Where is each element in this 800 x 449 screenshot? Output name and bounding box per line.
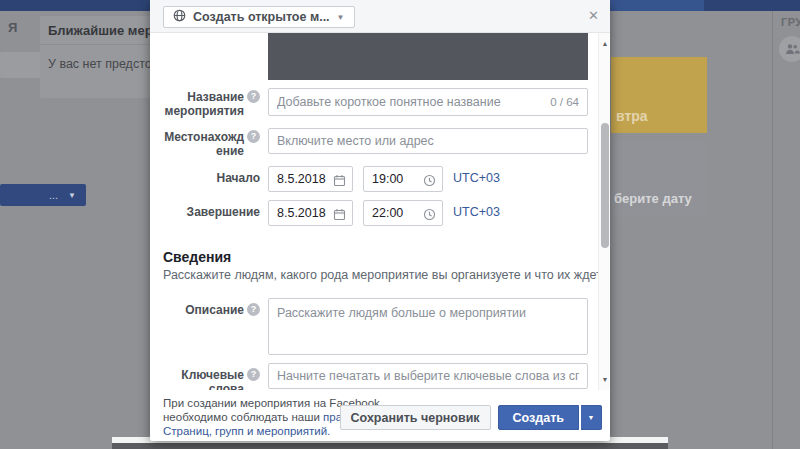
event-name-field-box: 0 / 64 [268,88,588,116]
create-event-modal: Создать открытое м... ▼ ✕ Название мероп… [150,0,610,441]
details-section-subtitle: Расскажите людям, какого рода мероприяти… [163,268,602,282]
upcoming-events-card: Ближайшие мероп У вас нет предстоя [40,16,152,98]
chevron-down-icon: ▼ [68,191,76,200]
footer-buttons: Сохранить черновик Создать ▼ [340,405,602,430]
event-cover-photo[interactable] [268,33,588,80]
background-dropdown-label: ... [49,189,58,201]
privacy-selector-label: Создать открытое м... [193,10,330,24]
details-section-title: Сведения [163,249,231,265]
start-label: Начало [158,171,260,185]
event-location-input[interactable] [269,129,587,153]
create-button[interactable]: Создать [498,405,579,430]
info-icon: ? [247,303,260,316]
start-date-input[interactable] [269,167,352,191]
quick-date-card-label: втра [616,108,648,124]
info-icon: ? [247,368,260,381]
page-tab-label: Я [8,20,17,35]
end-time-box [363,200,443,226]
pick-a-date-card[interactable]: берите дату [611,140,707,217]
end-date-box [268,200,353,226]
end-label: Завершение [158,205,260,219]
end-time-input[interactable] [364,201,442,225]
create-options-caret-button[interactable]: ▼ [581,405,602,430]
modal-scrollbar[interactable]: ▲ ▼ [598,33,610,390]
navbar-segment [608,0,704,11]
end-date-input[interactable] [269,201,352,225]
chevron-down-icon: ▼ [337,13,345,22]
keywords-input[interactable] [269,364,587,388]
groups-section-header: ГРУПП [781,16,800,28]
column-divider [772,11,773,449]
keywords-field-box [268,363,588,389]
event-name-input[interactable] [269,89,587,115]
background-dark-strip [112,443,668,449]
save-draft-button[interactable]: Сохранить черновик [340,405,491,430]
scroll-up-arrow-icon[interactable]: ▲ [599,40,611,47]
start-time-box [363,166,443,192]
start-timezone-link[interactable]: UTC+03 [453,171,500,185]
description-textarea[interactable] [268,298,588,355]
close-icon[interactable]: ✕ [588,9,599,22]
start-date-box [268,166,353,192]
event-name-label: Название мероприятия ? [158,90,260,118]
event-location-label: Местонахождение ? [158,130,260,158]
start-time-input[interactable] [364,167,442,191]
events-card-title: Ближайшие мероп [40,16,152,45]
modal-header: Создать открытое м... ▼ ✕ [150,0,610,33]
event-privacy-selector[interactable]: Создать открытое м... ▼ [163,6,355,28]
info-icon: ? [247,130,260,143]
modal-scroll-area: Название мероприятия ? 0 / 64 Местонахож… [150,33,610,390]
group-people-icon [779,36,800,62]
pick-a-date-label: берите дату [614,191,692,206]
modal-footer: При создании мероприятия на Facebook нео… [150,390,610,441]
info-icon: ? [247,90,260,103]
char-counter: 0 / 64 [550,96,579,108]
globe-icon [173,8,186,26]
description-label: Описание ? [158,303,260,317]
events-card-empty-text: У вас нет предстоя [40,45,152,71]
scroll-down-arrow-icon[interactable]: ▼ [599,376,611,383]
quick-date-card-tomorrow[interactable]: втра [611,57,707,133]
background-dropdown-button[interactable]: ... ▼ [0,184,86,206]
event-location-field-box [268,128,588,154]
end-timezone-link[interactable]: UTC+03 [453,205,500,219]
scrollbar-thumb[interactable] [601,123,609,248]
